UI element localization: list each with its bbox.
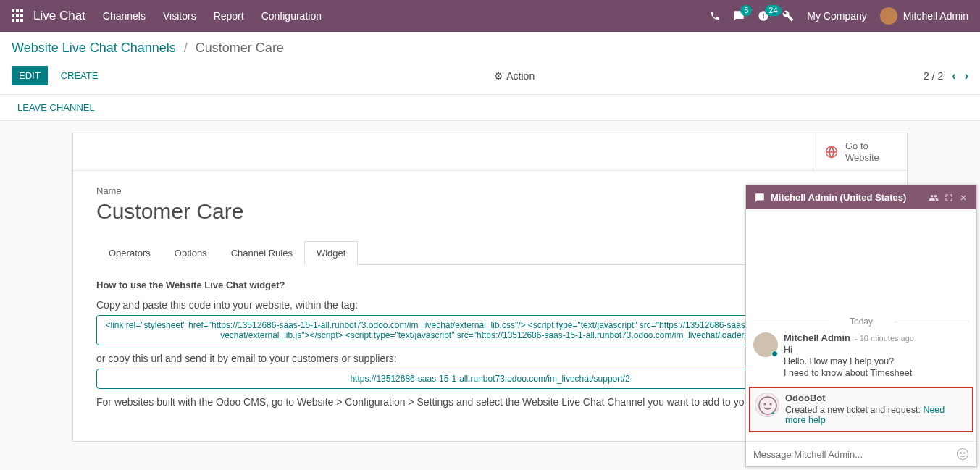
nav-right: 5 24 My Company Mitchell Admin — [710, 7, 968, 25]
nav-visitors[interactable]: Visitors — [163, 10, 196, 22]
chat-expand-icon[interactable] — [945, 193, 953, 202]
pager: 2 / 2 ‹ › — [924, 70, 968, 83]
msg-line: Hi — [784, 345, 914, 355]
top-navbar: Live Chat Channels Visitors Report Confi… — [0, 0, 980, 32]
tools-icon[interactable] — [782, 10, 794, 22]
breadcrumb: Website Live Chat Channels / Customer Ca… — [12, 41, 968, 56]
activity-badge: 24 — [765, 5, 781, 16]
chat-close-icon[interactable] — [959, 193, 968, 202]
nav-channels[interactable]: Channels — [103, 10, 146, 22]
svg-point-3 — [770, 403, 772, 406]
phone-icon[interactable] — [710, 11, 720, 21]
messages-badge: 5 — [740, 5, 752, 16]
statusbar: Go to Website — [73, 133, 907, 171]
tab-widget[interactable]: Widget — [304, 241, 358, 265]
svg-point-2 — [764, 403, 766, 406]
messages-icon[interactable]: 5 — [733, 10, 745, 22]
chat-header[interactable]: Mitchell Admin (United States) — [746, 185, 976, 209]
tab-channel-rules[interactable]: Channel Rules — [219, 241, 305, 265]
chat-bubble-icon — [755, 193, 765, 203]
breadcrumb-current: Customer Care — [196, 41, 284, 55]
msg-from: Mitchell Admin — [784, 332, 850, 343]
goto-website-label: Go to Website — [845, 140, 889, 163]
user-avatar — [880, 7, 897, 25]
msg-time: - 10 minutes ago — [855, 334, 914, 343]
pager-prev[interactable]: ‹ — [952, 70, 955, 83]
msg-line: Created a new ticket and request: Need m… — [785, 405, 968, 425]
action-bar: Edit Create ⚙ Action 2 / 2 ‹ › — [0, 62, 980, 95]
tab-options[interactable]: Options — [162, 241, 219, 265]
msg-line: I need to know about Timesheet — [784, 368, 914, 378]
create-button[interactable]: Create — [54, 66, 106, 85]
chat-body: Today Mitchell Admin - 10 minutes ago Hi… — [746, 209, 976, 441]
nav-report[interactable]: Report — [214, 10, 244, 22]
svg-point-1 — [759, 397, 776, 414]
edit-button[interactable]: Edit — [12, 66, 48, 85]
nav-configuration[interactable]: Configuration — [261, 10, 322, 22]
chat-message-highlighted: OdooBot Created a new ticket and request… — [749, 387, 973, 432]
goto-website-button[interactable]: Go to Website — [813, 133, 907, 170]
pager-next[interactable]: › — [965, 70, 968, 83]
chat-day-label: Today — [753, 316, 969, 327]
msg-line: Hello. How may I help you? — [784, 356, 914, 366]
tab-operators[interactable]: Operators — [96, 241, 163, 265]
chat-message: Mitchell Admin - 10 minutes ago Hi Hello… — [753, 332, 969, 379]
svg-point-4 — [958, 449, 968, 460]
user-name: Mitchell Admin — [903, 10, 968, 22]
apps-icon[interactable] — [12, 9, 25, 22]
msg-avatar-mitchell — [753, 332, 778, 357]
msg-avatar-bot — [755, 393, 779, 417]
nav-links: Channels Visitors Report Configuration — [103, 10, 322, 22]
chat-input[interactable] — [753, 449, 950, 460]
chat-input-bar — [746, 441, 976, 466]
msg-from: OdooBot — [785, 393, 826, 403]
leave-channel-button[interactable]: Leave Channel — [0, 95, 980, 121]
company-name[interactable]: My Company — [807, 10, 866, 22]
svg-point-6 — [964, 453, 966, 454]
chat-panel: Mitchell Admin (United States) Today Mit… — [745, 185, 977, 467]
gear-icon: ⚙ — [494, 70, 503, 82]
user-menu[interactable]: Mitchell Admin — [880, 7, 968, 25]
emoji-icon[interactable] — [956, 448, 969, 461]
chat-members-icon[interactable] — [929, 193, 939, 203]
brand-label[interactable]: Live Chat — [33, 9, 85, 23]
globe-icon — [825, 146, 838, 159]
breadcrumb-bar: Website Live Chat Channels / Customer Ca… — [0, 32, 980, 62]
pager-count: 2 / 2 — [924, 70, 943, 82]
breadcrumb-root[interactable]: Website Live Chat Channels — [12, 41, 176, 55]
breadcrumb-sep: / — [184, 41, 188, 55]
action-dropdown[interactable]: ⚙ Action — [494, 70, 535, 82]
svg-point-5 — [960, 453, 962, 454]
activity-icon[interactable]: 24 — [758, 10, 769, 22]
chat-title: Mitchell Admin (United States) — [771, 192, 923, 203]
